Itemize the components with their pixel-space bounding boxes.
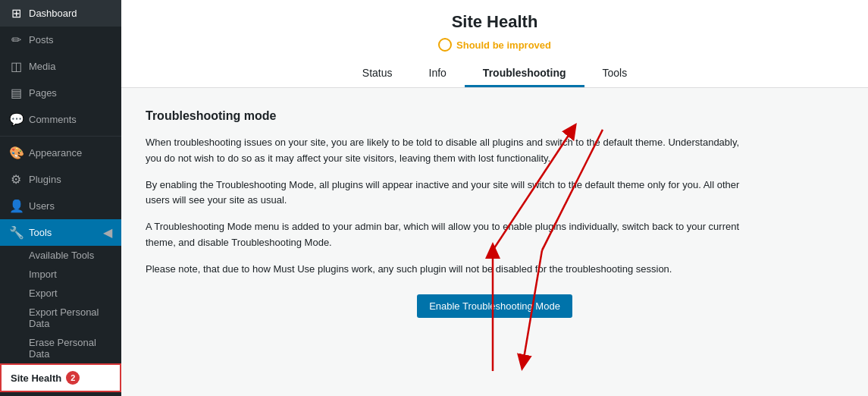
page-header: Site Health Should be improved Status In… [121, 0, 868, 88]
sidebar-item-posts[interactable]: ✏ Posts [0, 27, 121, 53]
sidebar-sub-export-personal-data[interactable]: Export Personal Data [0, 303, 121, 333]
sidebar: ⊞ Dashboard ✏ Posts ◫ Media ▤ Pages 💬 Co… [0, 0, 121, 396]
comments-icon: 💬 [9, 112, 23, 127]
appearance-icon: 🎨 [9, 146, 23, 160]
media-icon: ◫ [9, 59, 23, 74]
site-health-badge: 2 [66, 371, 80, 385]
status-text: Should be improved [456, 39, 551, 51]
content-area: Troubleshooting mode When troubleshootin… [121, 88, 868, 396]
sidebar-label-plugins: Plugins [29, 174, 61, 185]
description-para-4: Please note, that due to how Must Use pl… [146, 262, 752, 278]
sidebar-label-comments: Comments [29, 114, 77, 125]
sidebar-divider-1 [0, 136, 121, 137]
users-icon: 👤 [9, 199, 23, 213]
sidebar-label-pages: Pages [29, 87, 57, 99]
tab-tools[interactable]: Tools [584, 61, 646, 87]
description-para-2: By enabling the Troubleshooting Mode, al… [146, 178, 752, 209]
tab-troubleshooting[interactable]: Troubleshooting [465, 61, 584, 87]
sidebar-item-comments[interactable]: 💬 Comments [0, 106, 121, 133]
button-container: Enable Troubleshooting Mode [146, 288, 844, 318]
sidebar-item-media[interactable]: ◫ Media [0, 53, 121, 80]
sidebar-item-plugins[interactable]: ⚙ Plugins [0, 166, 121, 193]
sidebar-item-tools[interactable]: 🔧 Tools ◀ [0, 219, 121, 246]
description-para-1: When troubleshooting issues on your site… [146, 135, 752, 167]
tab-status[interactable]: Status [344, 61, 411, 87]
sidebar-label-appearance: Appearance [29, 147, 82, 159]
sidebar-item-appearance[interactable]: 🎨 Appearance [0, 140, 121, 166]
sidebar-sub-export[interactable]: Export [0, 284, 121, 303]
sidebar-label-posts: Posts [29, 34, 54, 46]
page-title: Site Health [139, 12, 850, 32]
pages-icon: ▤ [9, 86, 23, 100]
sidebar-sub-erase-personal-data[interactable]: Erase Personal Data [0, 333, 121, 363]
status-indicator: Should be improved [139, 38, 850, 52]
sidebar-item-pages[interactable]: ▤ Pages [0, 80, 121, 106]
sidebar-sub-available-tools[interactable]: Available Tools [0, 246, 121, 265]
dashboard-icon: ⊞ [9, 6, 23, 20]
tools-icon: 🔧 [9, 225, 23, 240]
enable-troubleshooting-button[interactable]: Enable Troubleshooting Mode [417, 294, 572, 318]
section-title: Troubleshooting mode [146, 109, 844, 123]
sidebar-label-users: Users [29, 200, 55, 212]
sidebar-sub-import[interactable]: Import [0, 265, 121, 284]
description-para-3: A Troubleshooting Mode menu is added to … [146, 219, 752, 251]
sidebar-label-media: Media [29, 61, 55, 72]
sidebar-item-users[interactable]: 👤 Users [0, 193, 121, 219]
status-circle-icon [438, 38, 452, 52]
sidebar-item-dashboard[interactable]: ⊞ Dashboard [0, 0, 121, 27]
posts-icon: ✏ [9, 33, 23, 47]
site-health-label: Site Health [11, 372, 61, 384]
tab-info[interactable]: Info [411, 61, 465, 87]
plugins-icon: ⚙ [9, 172, 23, 187]
sidebar-label-tools: Tools [29, 227, 52, 238]
tab-bar: Status Info Troubleshooting Tools [139, 61, 850, 87]
sidebar-item-site-health[interactable]: Site Health 2 [0, 363, 121, 392]
sidebar-label-dashboard: Dashboard [29, 8, 77, 19]
tools-arrow-icon: ◀ [103, 225, 112, 240]
main-content: Site Health Should be improved Status In… [121, 0, 868, 396]
